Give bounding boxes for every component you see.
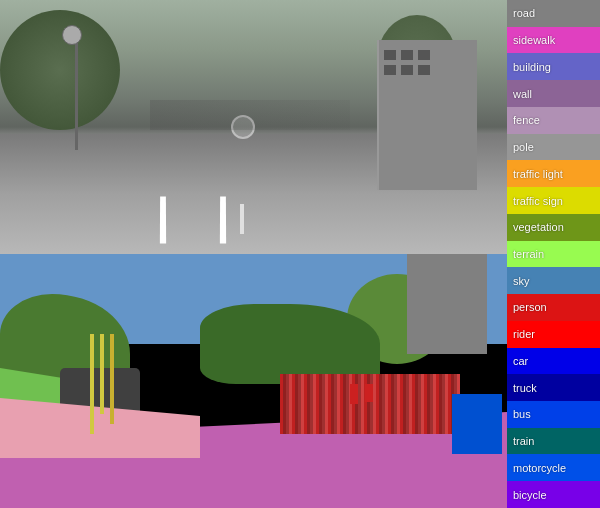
photo-window: [401, 65, 413, 75]
legend-item-vegetation: vegetation: [507, 214, 600, 241]
legend-item-train: train: [507, 428, 600, 455]
legend-item-car: car: [507, 348, 600, 375]
photo-building: [377, 40, 477, 190]
legend-item-motorcycle: motorcycle: [507, 454, 600, 481]
legend-label-terrain: terrain: [513, 248, 544, 260]
photo-background-people: [150, 100, 350, 130]
photo-sign-pole: [75, 30, 78, 150]
legend-label-vegetation: vegetation: [513, 221, 564, 233]
legend-label-bus: bus: [513, 408, 531, 420]
seg-motorcycle: [452, 394, 502, 454]
segmentation-area: [0, 254, 507, 508]
legend-item-pole: pole: [507, 134, 600, 161]
legend-item-truck: truck: [507, 374, 600, 401]
legend-item-bicycle: bicycle: [507, 481, 600, 508]
legend-label-truck: truck: [513, 382, 537, 394]
legend-item-bus: bus: [507, 401, 600, 428]
photo-window: [384, 65, 396, 75]
legend-item-traffic_light: traffic light: [507, 160, 600, 187]
legend-item-wall: wall: [507, 80, 600, 107]
legend-label-rider: rider: [513, 328, 535, 340]
seg-pole-2: [100, 334, 104, 414]
photo-window: [401, 50, 413, 60]
legend-item-traffic_sign: traffic sign: [507, 187, 600, 214]
legend-label-road: road: [513, 7, 535, 19]
photo-window: [418, 65, 430, 75]
photo-tree-left: [0, 10, 120, 130]
legend-label-pole: pole: [513, 141, 534, 153]
legend-label-traffic_light: traffic light: [513, 168, 563, 180]
legend-label-bicycle: bicycle: [513, 489, 547, 501]
legend-panel: roadsidewalkbuildingwallfencepoletraffic…: [507, 0, 600, 508]
left-panel: [0, 0, 507, 508]
legend-item-building: building: [507, 53, 600, 80]
legend-label-building: building: [513, 61, 551, 73]
road-dashes: [240, 204, 244, 234]
legend-item-rider: rider: [507, 321, 600, 348]
legend-label-sidewalk: sidewalk: [513, 34, 555, 46]
legend-item-road: road: [507, 0, 600, 27]
legend-item-sidewalk: sidewalk: [507, 27, 600, 54]
seg-pole-3: [110, 334, 114, 424]
legend-label-traffic_sign: traffic sign: [513, 195, 563, 207]
seg-pole-1: [90, 334, 94, 434]
legend-label-sky: sky: [513, 275, 530, 287]
legend-item-terrain: terrain: [507, 241, 600, 268]
photo-window: [384, 50, 396, 60]
legend-label-fence: fence: [513, 114, 540, 126]
seg-vegetation-mid: [200, 304, 380, 384]
photo-window: [418, 50, 430, 60]
legend-item-person: person: [507, 294, 600, 321]
segmentation-canvas: [0, 254, 507, 508]
photo-area: [0, 0, 507, 254]
seg-vegetation-detail: [280, 374, 460, 434]
seg-person-2: [365, 384, 373, 402]
road-line-right: [220, 196, 226, 243]
legend-label-train: train: [513, 435, 534, 447]
legend-label-motorcycle: motorcycle: [513, 462, 566, 474]
legend-label-person: person: [513, 301, 547, 313]
seg-person-1: [350, 384, 358, 404]
seg-building: [407, 254, 487, 354]
photo-building-windows: [384, 50, 430, 75]
photo-sign: [62, 25, 82, 45]
legend-item-sky: sky: [507, 267, 600, 294]
legend-label-car: car: [513, 355, 528, 367]
road-line-left: [160, 196, 166, 243]
legend-label-wall: wall: [513, 88, 532, 100]
legend-item-fence: fence: [507, 107, 600, 134]
